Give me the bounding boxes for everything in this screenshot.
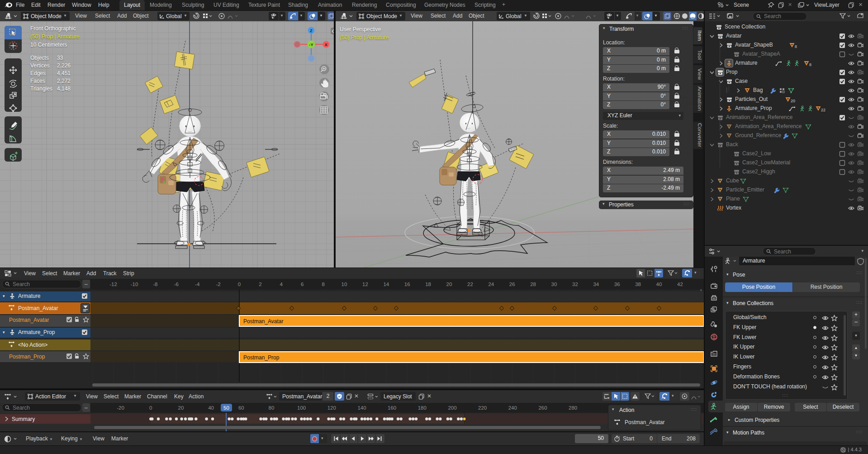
- svg-text:X: X: [325, 42, 328, 47]
- svg-text:Z: Z: [310, 28, 313, 33]
- svg-text:-Y: -Y: [309, 42, 313, 47]
